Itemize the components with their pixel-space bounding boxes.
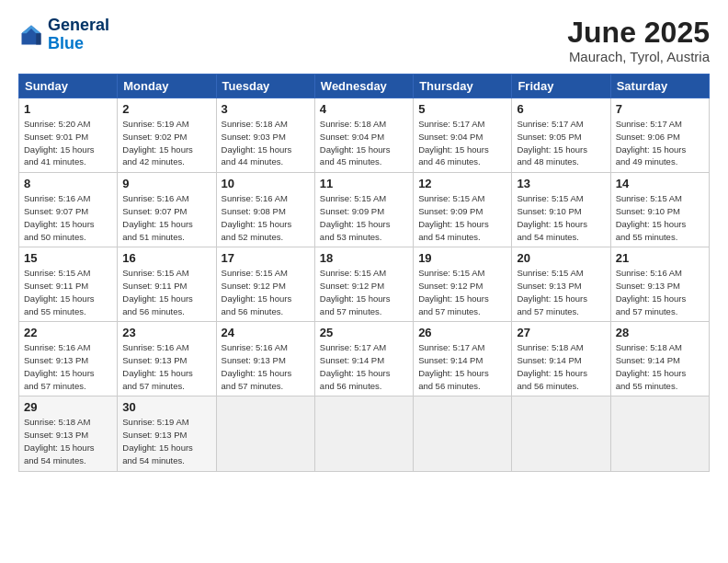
day-number: 13 bbox=[517, 177, 605, 190]
calendar-cell bbox=[512, 396, 610, 471]
calendar-cell: 23Sunrise: 5:16 AM Sunset: 9:13 PM Dayli… bbox=[118, 322, 216, 396]
day-info: Sunrise: 5:15 AM Sunset: 9:10 PM Dayligh… bbox=[616, 192, 704, 243]
day-number: 24 bbox=[222, 326, 310, 339]
calendar-cell: 6Sunrise: 5:17 AM Sunset: 9:05 PM Daylig… bbox=[512, 98, 610, 173]
calendar-cell: 9Sunrise: 5:16 AM Sunset: 9:07 PM Daylig… bbox=[118, 173, 216, 247]
day-info: Sunrise: 5:15 AM Sunset: 9:11 PM Dayligh… bbox=[24, 267, 112, 317]
col-header-monday: Monday bbox=[118, 75, 216, 98]
day-info: Sunrise: 5:20 AM Sunset: 9:01 PM Dayligh… bbox=[24, 118, 112, 168]
day-number: 11 bbox=[320, 177, 408, 190]
day-info: Sunrise: 5:15 AM Sunset: 9:10 PM Dayligh… bbox=[517, 192, 605, 243]
header: General Blue June 2025 Maurach, Tyrol, A… bbox=[18, 17, 710, 64]
calendar-cell: 28Sunrise: 5:18 AM Sunset: 9:14 PM Dayli… bbox=[610, 322, 709, 396]
day-info: Sunrise: 5:17 AM Sunset: 9:05 PM Dayligh… bbox=[517, 118, 605, 168]
day-info: Sunrise: 5:16 AM Sunset: 9:07 PM Dayligh… bbox=[24, 192, 112, 243]
calendar-cell bbox=[610, 396, 709, 471]
day-number: 27 bbox=[517, 326, 605, 339]
calendar-week-row: 15Sunrise: 5:15 AM Sunset: 9:11 PM Dayli… bbox=[19, 247, 710, 322]
day-info: Sunrise: 5:18 AM Sunset: 9:04 PM Dayligh… bbox=[320, 118, 408, 168]
calendar-cell bbox=[216, 396, 314, 471]
calendar-header-row: SundayMondayTuesdayWednesdayThursdayFrid… bbox=[19, 75, 710, 98]
calendar-cell: 4Sunrise: 5:18 AM Sunset: 9:04 PM Daylig… bbox=[314, 98, 413, 173]
day-info: Sunrise: 5:19 AM Sunset: 9:13 PM Dayligh… bbox=[122, 416, 210, 466]
calendar-cell: 30Sunrise: 5:19 AM Sunset: 9:13 PM Dayli… bbox=[118, 396, 216, 471]
col-header-tuesday: Tuesday bbox=[216, 75, 314, 98]
day-number: 9 bbox=[122, 177, 210, 190]
day-info: Sunrise: 5:19 AM Sunset: 9:02 PM Dayligh… bbox=[122, 118, 210, 168]
calendar-cell: 2Sunrise: 5:19 AM Sunset: 9:02 PM Daylig… bbox=[118, 98, 216, 173]
day-info: Sunrise: 5:15 AM Sunset: 9:11 PM Dayligh… bbox=[122, 267, 210, 317]
day-number: 28 bbox=[616, 326, 704, 339]
svg-marker-2 bbox=[36, 33, 40, 44]
calendar-cell: 18Sunrise: 5:15 AM Sunset: 9:12 PM Dayli… bbox=[314, 247, 413, 322]
day-info: Sunrise: 5:16 AM Sunset: 9:07 PM Dayligh… bbox=[122, 192, 210, 243]
day-number: 10 bbox=[222, 177, 310, 190]
calendar-cell: 12Sunrise: 5:15 AM Sunset: 9:09 PM Dayli… bbox=[414, 173, 512, 247]
calendar-cell bbox=[414, 396, 512, 471]
calendar-cell: 1Sunrise: 5:20 AM Sunset: 9:01 PM Daylig… bbox=[19, 98, 118, 173]
col-header-friday: Friday bbox=[512, 75, 610, 98]
calendar-cell: 10Sunrise: 5:16 AM Sunset: 9:08 PM Dayli… bbox=[216, 173, 314, 247]
day-info: Sunrise: 5:15 AM Sunset: 9:09 PM Dayligh… bbox=[418, 192, 506, 243]
day-info: Sunrise: 5:16 AM Sunset: 9:13 PM Dayligh… bbox=[222, 341, 310, 392]
title-block: June 2025 Maurach, Tyrol, Austria bbox=[567, 17, 710, 64]
col-header-sunday: Sunday bbox=[19, 75, 118, 98]
calendar-cell: 26Sunrise: 5:17 AM Sunset: 9:14 PM Dayli… bbox=[414, 322, 512, 396]
logo-text-blue: Blue bbox=[48, 35, 109, 53]
calendar-cell: 25Sunrise: 5:17 AM Sunset: 9:14 PM Dayli… bbox=[314, 322, 413, 396]
day-number: 16 bbox=[122, 251, 210, 265]
col-header-wednesday: Wednesday bbox=[314, 75, 413, 98]
calendar-week-row: 1Sunrise: 5:20 AM Sunset: 9:01 PM Daylig… bbox=[19, 98, 710, 173]
logo-icon bbox=[18, 22, 44, 48]
day-info: Sunrise: 5:17 AM Sunset: 9:14 PM Dayligh… bbox=[320, 341, 408, 392]
calendar-cell: 17Sunrise: 5:15 AM Sunset: 9:12 PM Dayli… bbox=[216, 247, 314, 322]
calendar-subtitle: Maurach, Tyrol, Austria bbox=[567, 49, 710, 64]
day-number: 14 bbox=[616, 177, 704, 190]
calendar-cell: 16Sunrise: 5:15 AM Sunset: 9:11 PM Dayli… bbox=[118, 247, 216, 322]
day-info: Sunrise: 5:18 AM Sunset: 9:03 PM Dayligh… bbox=[222, 118, 310, 168]
calendar-title: June 2025 bbox=[567, 17, 710, 49]
day-number: 2 bbox=[122, 102, 210, 116]
page: General Blue June 2025 Maurach, Tyrol, A… bbox=[0, 0, 728, 563]
day-number: 17 bbox=[222, 251, 310, 265]
calendar-week-row: 8Sunrise: 5:16 AM Sunset: 9:07 PM Daylig… bbox=[19, 173, 710, 247]
day-info: Sunrise: 5:17 AM Sunset: 9:04 PM Dayligh… bbox=[418, 118, 506, 168]
day-number: 19 bbox=[418, 251, 506, 265]
day-number: 26 bbox=[418, 326, 506, 339]
day-info: Sunrise: 5:15 AM Sunset: 9:12 PM Dayligh… bbox=[222, 267, 310, 317]
day-number: 12 bbox=[418, 177, 506, 190]
logo-text-general: General bbox=[48, 17, 109, 35]
day-number: 22 bbox=[24, 326, 112, 339]
calendar-cell: 15Sunrise: 5:15 AM Sunset: 9:11 PM Dayli… bbox=[19, 247, 118, 322]
calendar-cell: 14Sunrise: 5:15 AM Sunset: 9:10 PM Dayli… bbox=[610, 173, 709, 247]
day-number: 3 bbox=[222, 102, 310, 116]
day-number: 25 bbox=[320, 326, 408, 339]
day-info: Sunrise: 5:17 AM Sunset: 9:06 PM Dayligh… bbox=[616, 118, 704, 168]
calendar-cell: 7Sunrise: 5:17 AM Sunset: 9:06 PM Daylig… bbox=[610, 98, 709, 173]
calendar-cell: 27Sunrise: 5:18 AM Sunset: 9:14 PM Dayli… bbox=[512, 322, 610, 396]
day-info: Sunrise: 5:17 AM Sunset: 9:14 PM Dayligh… bbox=[418, 341, 506, 392]
calendar-cell: 19Sunrise: 5:15 AM Sunset: 9:12 PM Dayli… bbox=[414, 247, 512, 322]
calendar-cell: 22Sunrise: 5:16 AM Sunset: 9:13 PM Dayli… bbox=[19, 322, 118, 396]
calendar-week-row: 29Sunrise: 5:18 AM Sunset: 9:13 PM Dayli… bbox=[19, 396, 710, 471]
day-info: Sunrise: 5:16 AM Sunset: 9:13 PM Dayligh… bbox=[122, 341, 210, 392]
calendar-cell: 24Sunrise: 5:16 AM Sunset: 9:13 PM Dayli… bbox=[216, 322, 314, 396]
calendar-cell: 29Sunrise: 5:18 AM Sunset: 9:13 PM Dayli… bbox=[19, 396, 118, 471]
day-info: Sunrise: 5:18 AM Sunset: 9:14 PM Dayligh… bbox=[616, 341, 704, 392]
day-number: 20 bbox=[517, 251, 605, 265]
calendar-cell: 20Sunrise: 5:15 AM Sunset: 9:13 PM Dayli… bbox=[512, 247, 610, 322]
calendar-cell: 8Sunrise: 5:16 AM Sunset: 9:07 PM Daylig… bbox=[19, 173, 118, 247]
day-info: Sunrise: 5:16 AM Sunset: 9:13 PM Dayligh… bbox=[616, 267, 704, 317]
day-number: 21 bbox=[616, 251, 704, 265]
day-info: Sunrise: 5:16 AM Sunset: 9:13 PM Dayligh… bbox=[24, 341, 112, 392]
calendar-cell: 21Sunrise: 5:16 AM Sunset: 9:13 PM Dayli… bbox=[610, 247, 709, 322]
calendar-week-row: 22Sunrise: 5:16 AM Sunset: 9:13 PM Dayli… bbox=[19, 322, 710, 396]
day-number: 8 bbox=[24, 177, 112, 190]
day-number: 18 bbox=[320, 251, 408, 265]
day-number: 4 bbox=[320, 102, 408, 116]
day-number: 6 bbox=[517, 102, 605, 116]
day-number: 5 bbox=[418, 102, 506, 116]
calendar-table: SundayMondayTuesdayWednesdayThursdayFrid… bbox=[18, 74, 710, 471]
logo: General Blue bbox=[18, 17, 109, 53]
day-number: 15 bbox=[24, 251, 112, 265]
